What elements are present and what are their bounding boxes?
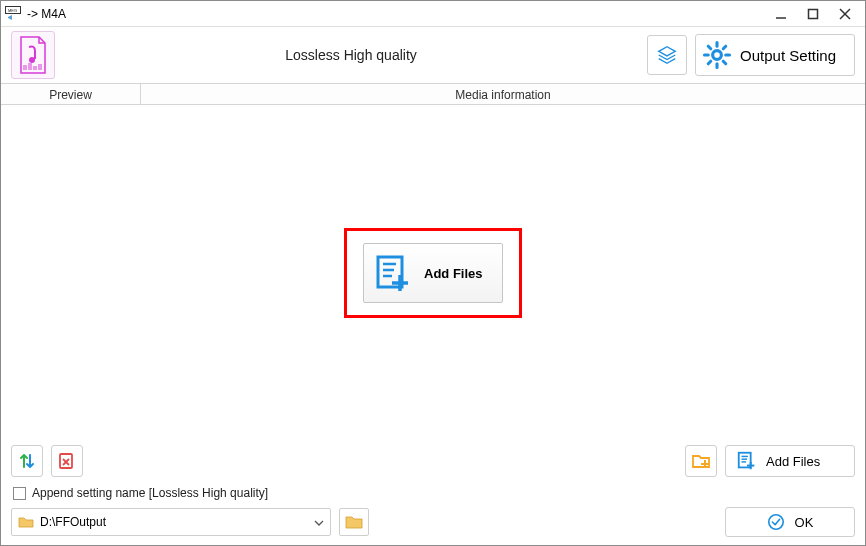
close-button[interactable] <box>829 4 861 24</box>
sort-arrows-icon <box>17 451 37 471</box>
svg-rect-10 <box>33 66 37 70</box>
column-preview[interactable]: Preview <box>1 84 141 104</box>
output-path-combo[interactable]: D:\FFOutput <box>11 508 331 536</box>
add-files-main-button[interactable]: Add Files <box>363 243 503 303</box>
svg-point-7 <box>29 57 35 63</box>
append-checkbox[interactable] <box>13 487 26 500</box>
svg-rect-9 <box>28 63 32 70</box>
add-file-icon <box>374 253 414 293</box>
window-controls <box>765 4 861 24</box>
check-circle-icon <box>767 513 785 531</box>
minimize-button[interactable] <box>765 4 797 24</box>
svg-point-12 <box>713 51 722 60</box>
ok-button[interactable]: OK <box>725 507 855 537</box>
add-files-label: Add Files <box>766 454 820 469</box>
svg-rect-11 <box>38 64 42 70</box>
bottom-toolbar: Add Files <box>1 441 865 481</box>
remove-button[interactable] <box>51 445 83 477</box>
window-title: -> M4A <box>27 7 765 21</box>
add-file-small-icon <box>736 450 758 472</box>
append-label: Append setting name [Lossless High quali… <box>32 486 268 500</box>
format-icon-m4a[interactable] <box>11 31 55 79</box>
output-setting-button[interactable]: Output Setting <box>695 34 855 76</box>
quality-label: Lossless High quality <box>63 47 639 63</box>
add-folder-button[interactable] <box>685 445 717 477</box>
app-icon: MEG <box>5 6 21 22</box>
output-setting-label: Output Setting <box>740 47 836 64</box>
svg-text:MEG: MEG <box>8 8 17 13</box>
browse-folder-button[interactable] <box>339 508 369 536</box>
folder-open-icon <box>345 514 363 530</box>
output-row: D:\FFOutput OK <box>1 505 865 545</box>
maximize-button[interactable] <box>797 4 829 24</box>
move-button[interactable] <box>11 445 43 477</box>
file-list-area: Add Files <box>1 105 865 441</box>
add-files-button[interactable]: Add Files <box>725 445 855 477</box>
add-files-main-label: Add Files <box>424 266 483 281</box>
remove-file-icon <box>57 451 77 471</box>
columns-header: Preview Media information <box>1 83 865 105</box>
layers-button[interactable] <box>647 35 687 75</box>
chevron-down-icon <box>314 515 324 529</box>
app-window: MEG -> M4A <box>0 0 866 546</box>
add-folder-icon <box>691 451 711 471</box>
column-media-info[interactable]: Media information <box>141 84 865 104</box>
layers-icon <box>656 44 678 66</box>
svg-rect-4 <box>809 9 818 18</box>
svg-point-30 <box>768 515 782 529</box>
highlight-box: Add Files <box>344 228 522 318</box>
output-path-text: D:\FFOutput <box>40 515 308 529</box>
toolbar: Lossless High quality Output Setting <box>1 27 865 83</box>
svg-rect-8 <box>23 65 27 70</box>
gear-icon <box>702 40 732 70</box>
titlebar: MEG -> M4A <box>1 1 865 27</box>
append-row: Append setting name [Lossless High quali… <box>1 481 865 505</box>
folder-icon <box>18 515 34 529</box>
ok-label: OK <box>795 515 814 530</box>
